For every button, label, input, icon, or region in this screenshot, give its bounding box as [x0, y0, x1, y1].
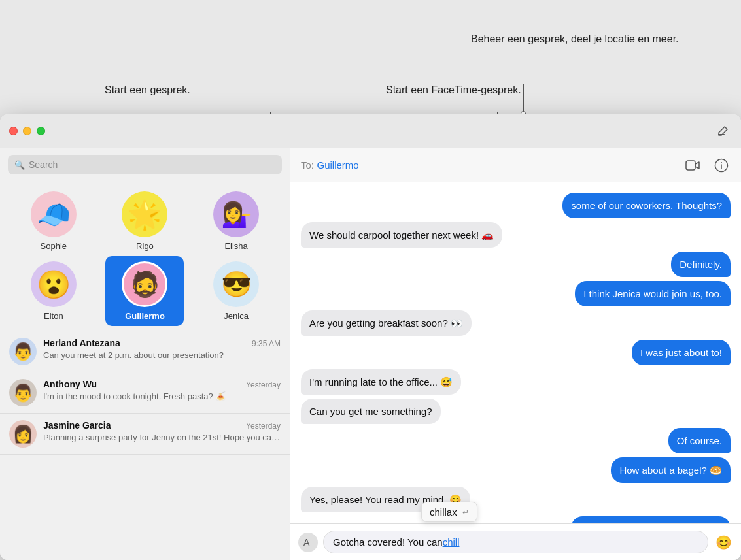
contact-name-rigo: Rigo: [136, 241, 154, 251]
avatar-rigo: 🌟: [122, 191, 167, 237]
message-row-3: Definitely.: [301, 252, 731, 277]
conv-info-anthony: Anthony Wu Yesterday I'm in the mood to …: [43, 379, 281, 403]
pinned-contacts: 🧢 Sophie 🌟 Rigo 💁‍♀️ Elisha: [0, 181, 290, 331]
chat-to-section: To: Guillermo: [301, 159, 359, 171]
contact-pin-elisha[interactable]: 💁‍♀️ Elisha: [197, 186, 275, 256]
contact-pin-elton[interactable]: 😮 Elton: [14, 256, 93, 326]
conv-info-herland: Herland Antezana 9:35 AM Can you meet at…: [43, 338, 281, 361]
conv-name-herland: Herland Antezana: [43, 338, 120, 348]
autocomplete-word: chillax: [430, 506, 457, 518]
contact-name-sophie: Sophie: [41, 241, 67, 251]
compose-button[interactable]: [714, 122, 732, 140]
autocomplete-arrow: ↵: [462, 508, 469, 517]
facetime-button[interactable]: [683, 156, 702, 174]
message-input[interactable]: Gotcha covered! You can chill: [323, 531, 708, 553]
message-row-5: Are you getting breakfast soon? 👀: [301, 310, 731, 336]
input-highlight-text: chill: [443, 536, 460, 548]
conversation-item-jasmine[interactable]: 👩 Jasmine Garcia Yesterday Planning a su…: [0, 414, 290, 455]
svg-rect-1: [686, 161, 695, 170]
contact-pin-guillermo[interactable]: 🧔 Guillermo: [105, 256, 184, 326]
emoji-button[interactable]: 😊: [714, 533, 733, 552]
message-row-4: I think Jenica would join us, too.: [301, 281, 731, 306]
message-row-1: some of our coworkers. Thoughts?: [301, 193, 731, 218]
close-button[interactable]: [9, 127, 18, 135]
message-row-9: Of course.: [301, 428, 731, 453]
conversation-item-anthony[interactable]: 👨 Anthony Wu Yesterday I'm in the mood t…: [0, 372, 290, 414]
info-button[interactable]: [712, 156, 731, 174]
chat-header-actions: [683, 156, 731, 174]
avatar-jenica: 😎: [213, 261, 259, 307]
avatar-elisha: 💁‍♀️: [213, 191, 259, 237]
conv-avatar-anthony: 👨: [9, 379, 37, 406]
annotation-start-gesprek: Start een gesprek.: [105, 84, 190, 97]
input-area: A Gotcha covered! You can chill 😊 chilla…: [290, 523, 741, 560]
conv-time-anthony: Yesterday: [246, 380, 281, 389]
conv-time-jasmine: Yesterday: [246, 421, 281, 431]
avatar-sophie-emoji: 🧢: [37, 199, 71, 231]
title-bar: [0, 114, 741, 148]
app-window: 🔍 Search 🧢 Sophie 🌟 Rigo: [0, 114, 741, 560]
conv-name-jasmine: Jasmine Garcia: [43, 420, 111, 431]
contact-name-jenica: Jenica: [224, 311, 249, 321]
bubble-5: Are you getting breakfast soon? 👀: [301, 310, 472, 336]
traffic-lights: [9, 127, 45, 135]
chat-recipient: Guillermo: [317, 159, 358, 171]
conversation-list: 👨 Herland Antezana 9:35 AM Can you meet …: [0, 331, 290, 560]
contact-pin-sophie[interactable]: 🧢 Sophie: [14, 186, 93, 256]
chat-header: To: Guillermo: [290, 148, 741, 182]
contact-name-guillermo: Guillermo: [125, 311, 165, 321]
messages-container: some of our coworkers. Thoughts? We shou…: [290, 182, 741, 523]
message-row-2: We should carpool together next week! 🚗: [301, 222, 731, 248]
bubble-8: Can you get me something?: [301, 399, 441, 424]
bubble-2: We should carpool together next week! 🚗: [301, 222, 502, 248]
bubble-9: Of course.: [668, 428, 731, 453]
conv-preview-jasmine: Planning a surprise party for Jenny on t…: [43, 432, 281, 444]
conv-header-jasmine: Jasmine Garcia Yesterday: [43, 420, 281, 431]
message-row-8: Can you get me something?: [301, 399, 731, 424]
conv-header-anthony: Anthony Wu Yesterday: [43, 379, 281, 389]
message-row-11: Yes, please! You read my mind. 😊: [301, 487, 731, 512]
contact-pin-jenica[interactable]: 😎 Jenica: [197, 256, 275, 326]
conv-time-herland: 9:35 AM: [252, 339, 281, 348]
conv-header-herland: Herland Antezana 9:35 AM: [43, 338, 281, 348]
app-store-button[interactable]: A: [298, 533, 318, 552]
avatar-elisha-emoji: 💁‍♀️: [221, 200, 252, 229]
chat-to-label: To:: [301, 159, 314, 171]
conv-info-jasmine: Jasmine Garcia Yesterday Planning a surp…: [43, 420, 281, 444]
sidebar: 🔍 Search 🧢 Sophie 🌟 Rigo: [0, 148, 290, 560]
bubble-6: I was just about to!: [632, 340, 731, 365]
search-placeholder: Search: [29, 159, 58, 170]
search-bar[interactable]: 🔍 Search: [8, 155, 282, 174]
bubble-1: some of our coworkers. Thoughts?: [562, 193, 731, 218]
conv-avatar-herland: 👨: [9, 338, 37, 365]
bubble-7: I'm running late to the office... 😅: [301, 369, 461, 395]
conversation-item-herland[interactable]: 👨 Herland Antezana 9:35 AM Can you meet …: [0, 331, 290, 372]
avatar-elton-emoji: 😮: [37, 269, 71, 301]
autocomplete-popup[interactable]: chillax ↵: [421, 502, 477, 522]
message-row-12: I know you're a bagel aficionado.: [301, 516, 731, 523]
svg-text:A: A: [303, 537, 310, 548]
conv-preview-herland: Can you meet at 2 p.m. about our present…: [43, 350, 281, 361]
minimize-button[interactable]: [23, 127, 31, 135]
avatar-guillermo-emoji: 🧔: [129, 270, 160, 299]
message-row-7: I'm running late to the office... 😅: [301, 369, 731, 395]
search-icon: 🔍: [14, 160, 25, 170]
annotation-facetime: Start een FaceTime-gesprek.: [386, 84, 521, 97]
contact-name-elisha: Elisha: [224, 241, 247, 251]
contact-name-elton: Elton: [44, 311, 63, 321]
avatar-guillermo: 🧔: [122, 261, 167, 307]
maximize-button[interactable]: [37, 127, 45, 135]
contact-pin-rigo[interactable]: 🌟 Rigo: [105, 186, 184, 256]
content-area: 🔍 Search 🧢 Sophie 🌟 Rigo: [0, 148, 741, 560]
avatar-rigo-emoji: 🌟: [128, 199, 162, 231]
svg-point-4: [721, 162, 722, 163]
avatar-elton: 😮: [31, 261, 77, 307]
input-normal-text: Gotcha covered! You can: [333, 536, 443, 548]
avatar-jenica-emoji: 😎: [221, 270, 252, 299]
bubble-4: I think Jenica would join us, too.: [575, 281, 731, 306]
annotation-manage: Beheer een gesprek, deel je locatie en m…: [471, 33, 679, 46]
chat-area: To: Guillermo: [290, 148, 741, 560]
bubble-12: I know you're a bagel aficionado.: [571, 516, 731, 523]
annotation-line-3: [523, 84, 524, 112]
message-row-10: How about a bagel? 🥯: [301, 457, 731, 483]
